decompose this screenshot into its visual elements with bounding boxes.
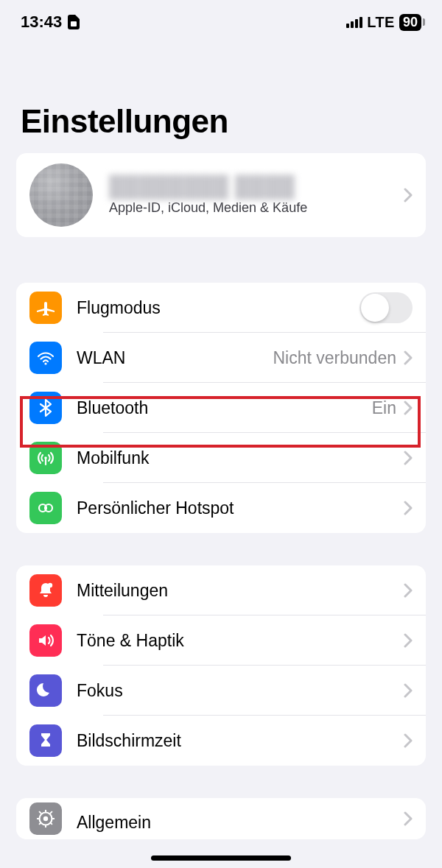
chevron-right-icon bbox=[404, 401, 413, 415]
row-label: Flugmodus bbox=[77, 298, 359, 318]
wifi-icon bbox=[29, 342, 62, 374]
bell-icon bbox=[29, 574, 62, 607]
chevron-right-icon bbox=[404, 501, 413, 515]
row-mitteilungen[interactable]: Mitteilungen bbox=[16, 565, 426, 615]
svg-rect-9 bbox=[45, 810, 46, 813]
battery-indicator: 90 bbox=[399, 14, 421, 31]
row-bildschirmzeit[interactable]: Bildschirmzeit bbox=[16, 716, 426, 766]
chevron-right-icon bbox=[404, 451, 413, 465]
airplane-icon bbox=[29, 292, 62, 324]
account-subtitle: Apple-ID, iCloud, Medien & Käufe bbox=[109, 200, 404, 216]
row-label: Fokus bbox=[77, 681, 404, 701]
row-label: Bluetooth bbox=[77, 398, 372, 418]
network-type: LTE bbox=[367, 14, 395, 31]
bluetooth-icon bbox=[29, 392, 62, 424]
svg-rect-11 bbox=[37, 818, 40, 819]
status-bar: 13:43 LTE 90 bbox=[0, 0, 442, 44]
svg-point-6 bbox=[49, 584, 52, 587]
gear-icon bbox=[29, 802, 62, 835]
row-label: Allgemein bbox=[77, 805, 404, 833]
account-name: ████████ ████ bbox=[109, 175, 404, 199]
row-mobilfunk[interactable]: Mobilfunk bbox=[16, 433, 426, 483]
hourglass-icon bbox=[29, 724, 62, 757]
flugmodus-toggle[interactable] bbox=[359, 292, 413, 323]
row-label: Mobilfunk bbox=[77, 448, 404, 468]
svg-point-1 bbox=[44, 362, 46, 364]
row-hotspot[interactable]: Persönlicher Hotspot bbox=[16, 483, 426, 533]
chevron-right-icon bbox=[404, 188, 413, 202]
svg-rect-12 bbox=[52, 818, 55, 819]
avatar bbox=[29, 163, 93, 227]
connectivity-section: Flugmodus WLAN Nicht verbunden Bluetooth… bbox=[16, 283, 426, 533]
speaker-icon bbox=[29, 624, 62, 657]
sim-card-icon bbox=[68, 15, 80, 29]
notifications-section: Mitteilungen Töne & Haptik Fokus Bil bbox=[16, 565, 426, 766]
page-title: Einstellungen bbox=[0, 44, 442, 153]
row-value: Nicht verbunden bbox=[273, 348, 397, 368]
svg-point-8 bbox=[43, 816, 48, 821]
hotspot-icon bbox=[29, 492, 62, 524]
chevron-right-icon bbox=[404, 350, 413, 365]
svg-rect-0 bbox=[71, 21, 77, 27]
row-label: Töne & Haptik bbox=[77, 631, 404, 651]
row-label: Mitteilungen bbox=[77, 581, 404, 601]
general-section: Allgemein bbox=[16, 798, 426, 839]
row-label: WLAN bbox=[77, 348, 273, 368]
row-label: Persönlicher Hotspot bbox=[77, 498, 404, 518]
chevron-right-icon bbox=[404, 811, 413, 826]
row-bluetooth[interactable]: Bluetooth Ein bbox=[16, 383, 426, 433]
account-section: ████████ ████ Apple-ID, iCloud, Medien &… bbox=[16, 153, 426, 237]
status-right: LTE 90 bbox=[346, 14, 421, 31]
svg-rect-10 bbox=[45, 825, 46, 828]
row-toene[interactable]: Töne & Haptik bbox=[16, 615, 426, 666]
row-label: Bildschirmzeit bbox=[77, 731, 404, 751]
chevron-right-icon bbox=[404, 583, 413, 598]
chevron-right-icon bbox=[404, 683, 413, 698]
row-allgemein[interactable]: Allgemein bbox=[16, 798, 426, 839]
row-value: Ein bbox=[372, 398, 396, 418]
chevron-right-icon bbox=[404, 733, 413, 748]
status-left: 13:43 bbox=[21, 13, 80, 32]
row-flugmodus[interactable]: Flugmodus bbox=[16, 283, 426, 333]
account-text: ████████ ████ Apple-ID, iCloud, Medien &… bbox=[109, 175, 404, 216]
row-wlan[interactable]: WLAN Nicht verbunden bbox=[16, 333, 426, 383]
status-time: 13:43 bbox=[21, 13, 62, 32]
cellular-icon bbox=[29, 442, 62, 474]
account-row[interactable]: ████████ ████ Apple-ID, iCloud, Medien &… bbox=[16, 153, 426, 237]
moon-icon bbox=[29, 674, 62, 707]
row-fokus[interactable]: Fokus bbox=[16, 666, 426, 716]
cellular-signal-icon bbox=[346, 16, 362, 28]
chevron-right-icon bbox=[404, 633, 413, 648]
home-indicator[interactable] bbox=[151, 855, 291, 861]
